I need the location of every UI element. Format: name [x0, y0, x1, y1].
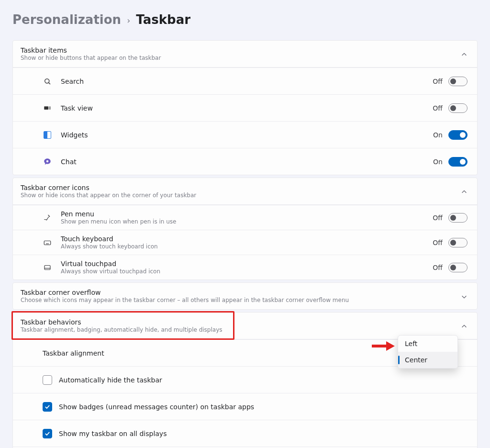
- row-label: Task view: [61, 104, 433, 112]
- section-title: Taskbar behaviors: [21, 318, 223, 326]
- chevron-up-icon[interactable]: [461, 323, 468, 329]
- chevron-up-icon[interactable]: [461, 51, 468, 57]
- pen-icon: [43, 213, 52, 222]
- svg-rect-2: [44, 106, 48, 110]
- breadcrumb-parent[interactable]: Personalization: [12, 12, 121, 27]
- toggle-search[interactable]: [448, 77, 468, 86]
- section-subtitle: Choose which icons may appear in the tas…: [21, 297, 349, 303]
- row-label: Widgets: [61, 131, 433, 139]
- row-label: Show badges (unread messages counter) on…: [59, 403, 468, 411]
- row-sublabel: Always show touch keyboard icon: [61, 243, 433, 250]
- search-icon: [43, 77, 52, 86]
- row-label: Automatically hide the taskbar: [59, 376, 468, 384]
- svg-point-4: [46, 160, 49, 162]
- alignment-option-center[interactable]: Center: [398, 352, 457, 368]
- row-show-badges[interactable]: Show badges (unread messages counter) on…: [13, 393, 477, 420]
- row-label: Touch keyboard: [61, 235, 433, 243]
- section-header-items[interactable]: Taskbar items Show or hide buttons that …: [13, 41, 477, 67]
- toggle-chat[interactable]: [448, 157, 468, 167]
- section-corner-icons: Taskbar corner icons Show or hide icons …: [12, 178, 478, 280]
- chevron-right-icon: ›: [127, 15, 130, 25]
- svg-line-1: [49, 82, 50, 84]
- widgets-icon: [43, 131, 52, 139]
- svg-rect-5: [44, 241, 51, 245]
- toggle-state-text: Off: [433, 78, 443, 85]
- toggle-pen-menu[interactable]: [448, 213, 468, 223]
- page-title: Taskbar: [136, 12, 190, 27]
- section-corner-overflow: Taskbar corner overflow Choose which ico…: [12, 282, 478, 310]
- chevron-up-icon[interactable]: [461, 188, 468, 195]
- alignment-option-left[interactable]: Left: [398, 336, 457, 352]
- row-label: Virtual touchpad: [61, 260, 433, 268]
- checkbox-auto-hide[interactable]: [43, 375, 52, 385]
- svg-rect-3: [49, 106, 51, 110]
- row-pen-menu: Pen menu Show pen menu icon when pen is …: [13, 205, 477, 230]
- toggle-widgets[interactable]: [448, 130, 468, 140]
- toggle-state-text: On: [433, 158, 443, 166]
- row-label: Search: [61, 78, 433, 85]
- row-sublabel: Always show virtual touchpad icon: [61, 268, 433, 275]
- row-task-view: Task view Off: [13, 94, 477, 121]
- section-title: Taskbar corner overflow: [21, 289, 349, 296]
- section-title: Taskbar corner icons: [21, 184, 196, 191]
- chevron-down-icon[interactable]: [461, 293, 468, 300]
- row-touch-keyboard: Touch keyboard Always show touch keyboar…: [13, 230, 477, 255]
- row-sublabel: Show pen menu icon when pen is in use: [61, 218, 433, 225]
- chat-icon: [43, 157, 52, 166]
- section-taskbar-items: Taskbar items Show or hide buttons that …: [12, 40, 478, 175]
- alignment-dropdown[interactable]: Left Center: [398, 335, 458, 369]
- checkbox-show-badges[interactable]: [43, 402, 52, 412]
- checkbox-all-displays[interactable]: [43, 429, 52, 438]
- row-label: Pen menu: [61, 210, 433, 218]
- row-label: Show my taskbar on all displays: [59, 430, 468, 437]
- touchpad-icon: [43, 263, 52, 272]
- toggle-state-text: Off: [433, 264, 443, 271]
- row-all-displays[interactable]: Show my taskbar on all displays: [13, 420, 477, 447]
- section-subtitle: Show or hide icons that appear on the co…: [21, 192, 196, 199]
- keyboard-icon: [43, 238, 52, 247]
- task-view-icon: [43, 104, 52, 112]
- toggle-state-text: Off: [433, 239, 443, 246]
- row-auto-hide[interactable]: Automatically hide the taskbar: [13, 366, 477, 393]
- row-chat: Chat On: [13, 148, 477, 175]
- toggle-touch-keyboard[interactable]: [448, 238, 468, 247]
- breadcrumb: Personalization › Taskbar: [12, 12, 478, 27]
- toggle-virtual-touchpad[interactable]: [448, 263, 468, 272]
- section-taskbar-behaviors: Taskbar behaviors Taskbar alignment, bad…: [12, 312, 478, 448]
- row-virtual-touchpad: Virtual touchpad Always show virtual tou…: [13, 255, 477, 280]
- row-label: Chat: [61, 158, 433, 166]
- toggle-state-text: Off: [433, 104, 443, 112]
- svg-rect-11: [45, 265, 50, 269]
- toggle-state-text: Off: [433, 214, 443, 222]
- svg-point-0: [45, 78, 49, 83]
- toggle-state-text: On: [433, 131, 443, 139]
- section-header-overflow[interactable]: Taskbar corner overflow Choose which ico…: [13, 283, 477, 309]
- row-search: Search Off: [13, 67, 477, 94]
- section-title: Taskbar items: [21, 46, 161, 54]
- section-header-corner-icons[interactable]: Taskbar corner icons Show or hide icons …: [13, 178, 477, 205]
- row-widgets: Widgets On: [13, 121, 477, 148]
- section-subtitle: Show or hide buttons that appear on the …: [21, 55, 161, 61]
- toggle-task-view[interactable]: [448, 103, 468, 113]
- section-subtitle: Taskbar alignment, badging, automaticall…: [21, 326, 223, 333]
